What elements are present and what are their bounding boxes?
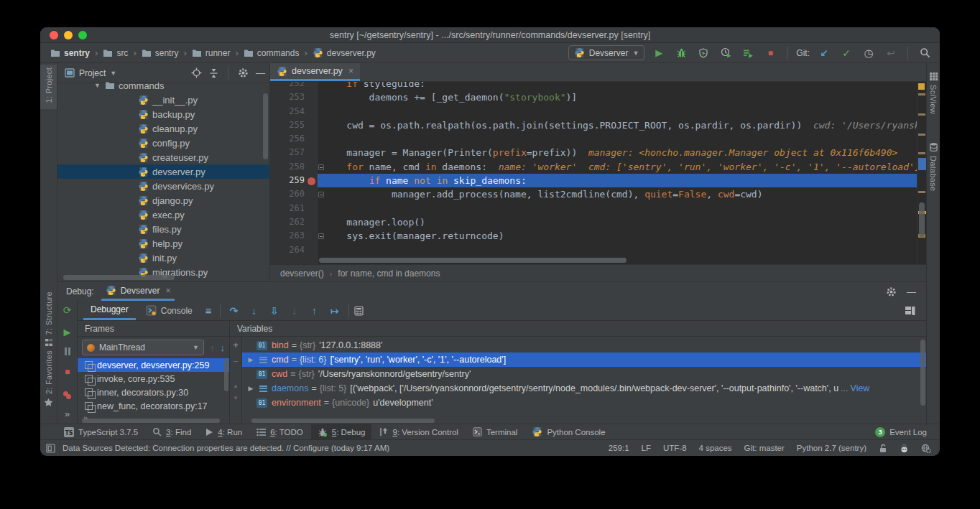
breadcrumb-sentry[interactable]: sentry [49, 47, 91, 59]
tree-item-devserver.py[interactable]: devserver.py [57, 164, 269, 179]
variable-row-cmd[interactable]: ▶cmd={list: 6}['sentry', 'run', 'worker'… [242, 352, 926, 367]
line-number[interactable]: 263 [270, 229, 318, 243]
scroll-up-icon[interactable]: ▲ [233, 383, 239, 389]
variable-row-daemons[interactable]: ▶daemons={list: 5}[('webpack', ['/Users/… [242, 381, 926, 396]
gear-icon[interactable] [886, 286, 897, 297]
code-line-259[interactable]: 259 if name not in skip_daemons: [270, 174, 926, 187]
more-actions-icon[interactable]: » [57, 408, 77, 419]
next-frame-icon[interactable]: ↓ [221, 342, 226, 353]
breadcrumb-src[interactable]: src [101, 47, 129, 59]
code-line-263[interactable]: 263 sys.exit(manager.returncode) [270, 229, 926, 243]
editor-breadcrumb[interactable]: for name, cmd in daemons [338, 268, 440, 279]
status-item[interactable]: UTF-8 [663, 444, 687, 452]
search-everywhere-button[interactable] [917, 45, 933, 61]
line-number[interactable]: 256 [270, 132, 318, 146]
error-stripe-mark[interactable] [918, 83, 925, 90]
tree-item-backup.py[interactable]: backup.py [57, 107, 269, 121]
previous-frame-icon[interactable]: ↑ [210, 342, 215, 353]
step-out-icon[interactable]: ↑ [306, 305, 323, 317]
breadcrumb-devserver.py[interactable]: devserver.py [311, 47, 377, 59]
tool-window-button--version-control[interactable]: 9: Version Control [373, 424, 464, 440]
expand-icon[interactable]: ▶ [245, 356, 256, 363]
code-line-256[interactable]: 256 [270, 132, 926, 146]
commit-button[interactable]: ✓ [838, 45, 854, 61]
event-log-button[interactable]: Event Log [889, 428, 927, 436]
frame-item[interactable]: inner, decorators.py:30 [78, 386, 229, 399]
status-item[interactable]: LF [642, 444, 651, 452]
error-stripe-mark[interactable] [918, 158, 926, 170]
line-number[interactable]: 255 [270, 118, 318, 132]
code-line-255[interactable]: 255 cwd = os.path.realpath(os.path.join(… [270, 118, 926, 132]
code-line-257[interactable]: 257 manager = Manager(Printer(prefix=pre… [270, 146, 926, 159]
layout-options-icon[interactable]: ≡ [203, 304, 215, 317]
tool-window-button-typescript-3-7-5[interactable]: TSTypeScript 3.7.5 [57, 424, 144, 440]
stripe-button--project[interactable]: 1: Project [40, 65, 57, 109]
tool-window-button--run[interactable]: 4: Run [199, 424, 249, 440]
tool-window-toggle-icon[interactable] [46, 444, 55, 453]
code-line-260[interactable]: 260 manager.add_process(name, list2cmdli… [270, 187, 926, 201]
globegear-icon[interactable] [921, 444, 931, 453]
stop-icon[interactable]: ■ [57, 367, 77, 377]
line-number[interactable]: 252 [270, 82, 318, 90]
evaluate-expression-icon[interactable] [354, 306, 364, 316]
tab-debugger[interactable]: Debugger [83, 301, 136, 320]
hide-debug-panel-button[interactable]: — [907, 286, 916, 297]
tree-item-config.py[interactable]: config.py [57, 136, 269, 150]
tree-item-init.py[interactable]: init.py [57, 251, 269, 265]
step-over-icon[interactable]: ↷ [226, 305, 243, 317]
line-number[interactable]: 258 [270, 160, 318, 174]
run-button[interactable]: ▶ [651, 45, 667, 61]
frame-item[interactable]: invoke, core.py:535 [78, 372, 229, 386]
debug-button[interactable] [673, 45, 689, 61]
chevron-down-icon[interactable]: ▼ [110, 70, 116, 77]
line-number[interactable]: 260 [270, 187, 318, 201]
collapse-all-icon[interactable] [209, 68, 218, 78]
project-horizontal-scrollbar[interactable] [63, 275, 175, 280]
tree-item-exec.py[interactable]: exec.py [57, 207, 269, 222]
scroll-down-icon[interactable]: ▼ [233, 395, 239, 401]
code-line-252[interactable]: 252 if styleguide: [270, 82, 926, 90]
resume-icon[interactable]: ▶ [57, 327, 77, 337]
line-number[interactable]: 261 [270, 202, 318, 215]
view-link[interactable]: View [851, 383, 880, 393]
zoom-window-button[interactable] [78, 31, 87, 39]
hector-icon[interactable] [900, 444, 909, 453]
line-number[interactable]: 257 [270, 146, 318, 159]
restore-layout-icon[interactable] [905, 306, 920, 315]
variables-vertical-scrollbar[interactable] [920, 340, 925, 406]
code-line-258[interactable]: 258 for name, cmd in daemons: name: 'wor… [270, 160, 926, 174]
run-with-configuration-button[interactable] [740, 45, 756, 61]
tree-item-cleanup.py[interactable]: cleanup.py [57, 121, 269, 136]
fold-marker-icon[interactable] [318, 164, 324, 170]
fold-marker-icon[interactable] [318, 192, 324, 197]
locate-file-icon[interactable] [191, 67, 202, 78]
debug-session-tab[interactable]: Devserver × [101, 283, 175, 301]
variable-row-environment[interactable]: 01environment={unicode}u'development' [242, 396, 926, 410]
fold-marker-icon[interactable] [318, 233, 324, 239]
editor-tab-devserver[interactable]: devserver.py × [270, 63, 360, 81]
tree-item-__init__.py[interactable]: __init__.py [57, 93, 269, 107]
run-with-coverage-button[interactable] [695, 45, 711, 61]
variables-horizontal-scrollbar[interactable] [251, 419, 435, 423]
line-number[interactable]: 253 [270, 90, 318, 104]
line-number[interactable]: 264 [270, 243, 318, 257]
close-icon[interactable]: × [165, 286, 170, 296]
breadcrumb-runner[interactable]: runner [190, 47, 232, 59]
code-line-262[interactable]: 262 manager.loop() [270, 215, 926, 229]
tree-item-commands[interactable]: ▼commands [57, 78, 269, 93]
error-stripe-mark[interactable] [918, 191, 925, 193]
lock-icon[interactable] [879, 444, 887, 453]
title-bar[interactable]: sentry [~/getsentry/sentry] - .../src/se… [40, 27, 940, 43]
error-stripe-mark[interactable] [918, 152, 925, 154]
stripe-button-sciview[interactable]: SciView [927, 69, 940, 117]
code-line-261[interactable]: 261 [270, 202, 926, 215]
profiler-button[interactable] [718, 45, 734, 61]
view-breakpoints-icon[interactable] [57, 388, 77, 398]
tab-console[interactable]: Console [139, 301, 200, 320]
error-stripe-mark[interactable] [918, 134, 925, 136]
status-item[interactable]: Python 2.7 (sentry) [797, 444, 866, 452]
line-number[interactable]: 254 [270, 105, 318, 118]
editor-vertical-scrollbar[interactable] [919, 202, 925, 237]
minimize-window-button[interactable] [64, 31, 73, 39]
hide-panel-button[interactable]: — [256, 67, 265, 78]
